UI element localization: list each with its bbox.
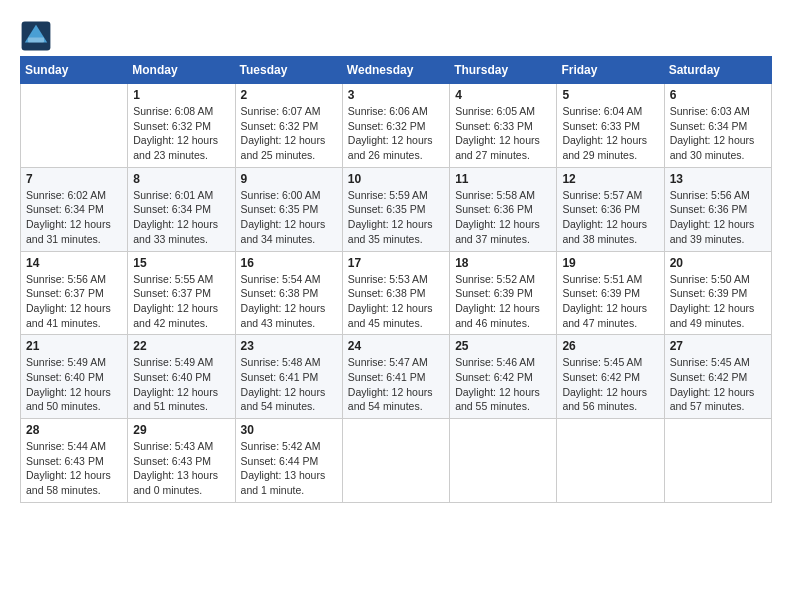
day-info: Sunrise: 5:57 AMSunset: 6:36 PMDaylight:… [562,188,658,247]
day-number: 12 [562,172,658,186]
calendar-cell: 2 Sunrise: 6:07 AMSunset: 6:32 PMDayligh… [235,84,342,168]
day-number: 17 [348,256,444,270]
day-info: Sunrise: 5:48 AMSunset: 6:41 PMDaylight:… [241,355,337,414]
calendar-cell: 14 Sunrise: 5:56 AMSunset: 6:37 PMDaylig… [21,251,128,335]
day-number: 9 [241,172,337,186]
calendar-cell: 12 Sunrise: 5:57 AMSunset: 6:36 PMDaylig… [557,167,664,251]
day-number: 20 [670,256,766,270]
day-number: 16 [241,256,337,270]
day-number: 30 [241,423,337,437]
calendar-cell: 29 Sunrise: 5:43 AMSunset: 6:43 PMDaylig… [128,419,235,503]
day-info: Sunrise: 6:04 AMSunset: 6:33 PMDaylight:… [562,104,658,163]
day-number: 22 [133,339,229,353]
day-number: 28 [26,423,122,437]
calendar-cell: 24 Sunrise: 5:47 AMSunset: 6:41 PMDaylig… [342,335,449,419]
calendar-cell: 11 Sunrise: 5:58 AMSunset: 6:36 PMDaylig… [450,167,557,251]
calendar-cell: 9 Sunrise: 6:00 AMSunset: 6:35 PMDayligh… [235,167,342,251]
day-info: Sunrise: 6:03 AMSunset: 6:34 PMDaylight:… [670,104,766,163]
calendar-cell: 28 Sunrise: 5:44 AMSunset: 6:43 PMDaylig… [21,419,128,503]
calendar-cell [664,419,771,503]
calendar-cell: 8 Sunrise: 6:01 AMSunset: 6:34 PMDayligh… [128,167,235,251]
svg-rect-2 [28,38,44,43]
day-number: 27 [670,339,766,353]
day-info: Sunrise: 6:02 AMSunset: 6:34 PMDaylight:… [26,188,122,247]
day-info: Sunrise: 5:58 AMSunset: 6:36 PMDaylight:… [455,188,551,247]
day-info: Sunrise: 5:45 AMSunset: 6:42 PMDaylight:… [670,355,766,414]
day-info: Sunrise: 5:51 AMSunset: 6:39 PMDaylight:… [562,272,658,331]
day-number: 13 [670,172,766,186]
day-number: 8 [133,172,229,186]
day-info: Sunrise: 5:59 AMSunset: 6:35 PMDaylight:… [348,188,444,247]
day-number: 26 [562,339,658,353]
calendar-cell: 27 Sunrise: 5:45 AMSunset: 6:42 PMDaylig… [664,335,771,419]
day-number: 1 [133,88,229,102]
day-info: Sunrise: 5:56 AMSunset: 6:36 PMDaylight:… [670,188,766,247]
day-info: Sunrise: 5:54 AMSunset: 6:38 PMDaylight:… [241,272,337,331]
header [20,20,772,52]
day-info: Sunrise: 5:45 AMSunset: 6:42 PMDaylight:… [562,355,658,414]
weekday-header: Tuesday [235,57,342,84]
day-info: Sunrise: 5:50 AMSunset: 6:39 PMDaylight:… [670,272,766,331]
day-number: 5 [562,88,658,102]
calendar-cell: 13 Sunrise: 5:56 AMSunset: 6:36 PMDaylig… [664,167,771,251]
calendar-cell: 18 Sunrise: 5:52 AMSunset: 6:39 PMDaylig… [450,251,557,335]
calendar-cell [450,419,557,503]
day-info: Sunrise: 5:42 AMSunset: 6:44 PMDaylight:… [241,439,337,498]
day-info: Sunrise: 5:47 AMSunset: 6:41 PMDaylight:… [348,355,444,414]
day-number: 25 [455,339,551,353]
day-number: 23 [241,339,337,353]
weekday-header: Friday [557,57,664,84]
calendar-week-row: 1 Sunrise: 6:08 AMSunset: 6:32 PMDayligh… [21,84,772,168]
day-info: Sunrise: 5:56 AMSunset: 6:37 PMDaylight:… [26,272,122,331]
day-number: 29 [133,423,229,437]
calendar-cell: 7 Sunrise: 6:02 AMSunset: 6:34 PMDayligh… [21,167,128,251]
day-info: Sunrise: 6:06 AMSunset: 6:32 PMDaylight:… [348,104,444,163]
calendar-cell: 21 Sunrise: 5:49 AMSunset: 6:40 PMDaylig… [21,335,128,419]
calendar-cell: 30 Sunrise: 5:42 AMSunset: 6:44 PMDaylig… [235,419,342,503]
day-info: Sunrise: 5:44 AMSunset: 6:43 PMDaylight:… [26,439,122,498]
day-number: 7 [26,172,122,186]
day-number: 21 [26,339,122,353]
calendar-cell: 17 Sunrise: 5:53 AMSunset: 6:38 PMDaylig… [342,251,449,335]
day-info: Sunrise: 5:49 AMSunset: 6:40 PMDaylight:… [133,355,229,414]
day-info: Sunrise: 5:52 AMSunset: 6:39 PMDaylight:… [455,272,551,331]
calendar-cell: 5 Sunrise: 6:04 AMSunset: 6:33 PMDayligh… [557,84,664,168]
page-container: SundayMondayTuesdayWednesdayThursdayFrid… [20,20,772,503]
weekday-header: Wednesday [342,57,449,84]
calendar-cell: 1 Sunrise: 6:08 AMSunset: 6:32 PMDayligh… [128,84,235,168]
day-number: 14 [26,256,122,270]
calendar-cell: 6 Sunrise: 6:03 AMSunset: 6:34 PMDayligh… [664,84,771,168]
calendar-cell: 10 Sunrise: 5:59 AMSunset: 6:35 PMDaylig… [342,167,449,251]
day-info: Sunrise: 6:05 AMSunset: 6:33 PMDaylight:… [455,104,551,163]
logo-icon [20,20,52,52]
calendar-week-row: 14 Sunrise: 5:56 AMSunset: 6:37 PMDaylig… [21,251,772,335]
calendar-cell: 19 Sunrise: 5:51 AMSunset: 6:39 PMDaylig… [557,251,664,335]
calendar-cell: 16 Sunrise: 5:54 AMSunset: 6:38 PMDaylig… [235,251,342,335]
calendar-table: SundayMondayTuesdayWednesdayThursdayFrid… [20,56,772,503]
day-number: 4 [455,88,551,102]
day-number: 10 [348,172,444,186]
day-number: 11 [455,172,551,186]
weekday-header: Monday [128,57,235,84]
calendar-week-row: 7 Sunrise: 6:02 AMSunset: 6:34 PMDayligh… [21,167,772,251]
weekday-header: Thursday [450,57,557,84]
day-number: 24 [348,339,444,353]
day-info: Sunrise: 5:43 AMSunset: 6:43 PMDaylight:… [133,439,229,498]
calendar-week-row: 21 Sunrise: 5:49 AMSunset: 6:40 PMDaylig… [21,335,772,419]
weekday-header: Saturday [664,57,771,84]
day-info: Sunrise: 5:55 AMSunset: 6:37 PMDaylight:… [133,272,229,331]
calendar-cell [557,419,664,503]
day-info: Sunrise: 6:07 AMSunset: 6:32 PMDaylight:… [241,104,337,163]
calendar-cell: 23 Sunrise: 5:48 AMSunset: 6:41 PMDaylig… [235,335,342,419]
day-number: 19 [562,256,658,270]
calendar-cell: 25 Sunrise: 5:46 AMSunset: 6:42 PMDaylig… [450,335,557,419]
day-info: Sunrise: 6:00 AMSunset: 6:35 PMDaylight:… [241,188,337,247]
day-number: 3 [348,88,444,102]
calendar-week-row: 28 Sunrise: 5:44 AMSunset: 6:43 PMDaylig… [21,419,772,503]
day-info: Sunrise: 6:01 AMSunset: 6:34 PMDaylight:… [133,188,229,247]
day-info: Sunrise: 5:53 AMSunset: 6:38 PMDaylight:… [348,272,444,331]
calendar-cell [342,419,449,503]
weekday-header-row: SundayMondayTuesdayWednesdayThursdayFrid… [21,57,772,84]
day-info: Sunrise: 6:08 AMSunset: 6:32 PMDaylight:… [133,104,229,163]
day-info: Sunrise: 5:49 AMSunset: 6:40 PMDaylight:… [26,355,122,414]
